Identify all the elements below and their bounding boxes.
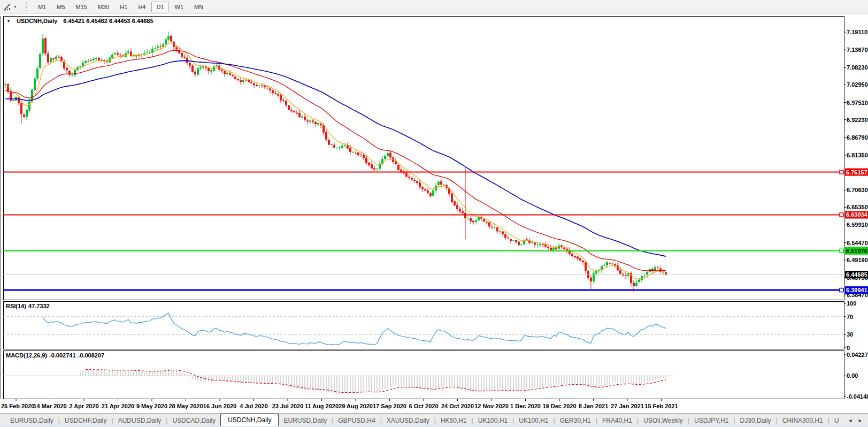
ma-7-line — [5, 43, 666, 279]
hline-badge-label: 6.51976 — [846, 248, 867, 254]
timeframe-button-m15[interactable]: M15 — [71, 2, 92, 12]
chart-canvas[interactable]: 7.191107.136707.082307.029506.975106.922… — [0, 14, 868, 413]
rsi-line — [43, 313, 666, 345]
price-tick-label: 6.59910 — [847, 222, 868, 228]
date-label: 4 Jul 2020 — [240, 403, 268, 409]
tab-audusd-daily[interactable]: AUDUSD,Daily — [113, 415, 166, 426]
toolbar-grip-handle[interactable] — [26, 3, 28, 11]
hline-marker — [840, 170, 843, 174]
hline-badge-label: 6.63034 — [846, 211, 868, 218]
date-label: 29 Aug 2020 — [339, 403, 373, 409]
date-label: 24 Oct 2020 — [441, 403, 474, 409]
chart-dropdown-icon[interactable]: ▼ — [6, 19, 11, 24]
chart-ohlc-values: 6.45421 6.45462 6.44453 6.44685 — [63, 18, 153, 24]
hline-marker — [840, 213, 843, 217]
price-tick-label: 6.70630 — [847, 187, 868, 193]
tab-xauusd-daily[interactable]: XAUUSD,Daily — [382, 415, 434, 426]
price-tick-label: 6.97510 — [847, 100, 868, 106]
price-tick-label: 7.08230 — [847, 64, 868, 71]
tab-eurusd-daily[interactable]: EURUSD,Daily — [279, 415, 332, 426]
crosshair-pencil-tool-icon[interactable] — [3, 3, 12, 11]
price-tick-label: 7.02950 — [847, 81, 868, 88]
date-label: 15 Feb 2021 — [644, 403, 678, 409]
mt4-window: ▼ M1M5M15M30H1H4D1W1MN 7.191107.136707.0… — [0, 0, 868, 427]
tab-usdjpy-h1[interactable]: USDJPY,H1 — [689, 415, 733, 426]
tab-scroll-left-icon[interactable]: ◄ — [848, 418, 852, 423]
timeframe-button-h1[interactable]: H1 — [115, 2, 132, 12]
timeframe-button-m1[interactable]: M1 — [33, 2, 51, 12]
tab-uk100-h1[interactable]: UK100,H1 — [473, 415, 512, 426]
rsi-panel-border — [4, 302, 844, 349]
tab-usdcnh-daily[interactable]: USDCNH,Daily — [220, 414, 279, 426]
timeframe-button-d1[interactable]: D1 — [151, 2, 168, 12]
macd-label: MACD(12,26,9)-0.002741-0.008207 — [6, 352, 106, 359]
date-label: 8 Jan 2021 — [579, 403, 609, 409]
ma-60-line — [5, 60, 666, 256]
hline-badge-label: 6.76157 — [846, 169, 867, 176]
date-label: 21 Apr 2020 — [102, 403, 134, 409]
price-tick-label: 6.49190 — [847, 257, 868, 263]
timeframe-button-m30[interactable]: M30 — [93, 2, 114, 12]
date-label: 1 Dec 2020 — [510, 403, 541, 409]
tab-scroll-right-icon[interactable]: ► — [858, 418, 863, 423]
rsi-indicator-name: RSI(14) — [6, 303, 26, 309]
price-tick-label: 7.13670 — [847, 47, 868, 53]
main-chart-panel-border — [4, 17, 844, 300]
hline-marker — [840, 288, 843, 292]
current-price-badge-label: 6.44685 — [846, 271, 867, 278]
timeframe-button-m5[interactable]: M5 — [52, 2, 70, 12]
rsi-value: 47.7332 — [28, 303, 50, 309]
timeframe-button-mn[interactable]: MN — [189, 2, 208, 12]
rsi-tick-label: 0 — [847, 345, 850, 351]
date-label: 16 Jun 2020 — [203, 403, 236, 409]
tab-hk50-h1[interactable]: HK50,H1 — [436, 415, 472, 426]
date-label: 23 Jul 2020 — [272, 403, 304, 409]
timeframe-toolbar: ▼ M1M5M15M30H1H4D1W1MN — [0, 0, 868, 14]
tab-dj30-daily[interactable]: DJ30,Daily — [735, 415, 776, 426]
date-label: 11 Aug 2020 — [305, 403, 339, 409]
tab-china300-h1[interactable]: CHINA300,H1 — [778, 415, 828, 426]
macd-panel-border — [4, 351, 844, 399]
price-tick-label: 6.81350 — [847, 152, 868, 158]
rsi-label: RSI(14)47.7332 — [6, 303, 52, 309]
date-label: 2 Apr 2020 — [69, 403, 98, 409]
price-tick-label: 7.19110 — [847, 29, 867, 35]
tab-usdchf-daily[interactable]: USDCHF,Daily — [60, 415, 112, 426]
hline-badge-label: 6.39941 — [846, 287, 867, 293]
tool-dropdown-caret-icon[interactable]: ▼ — [13, 5, 17, 9]
macd-tick-label: 0.042275 — [847, 352, 868, 358]
ma-25-line — [5, 50, 666, 271]
tab-ger30-h1[interactable]: GER30,H1 — [555, 415, 596, 426]
price-tick-label: 6.92230 — [847, 117, 868, 123]
tab-eurusd-daily[interactable]: EURUSD,Daily — [5, 415, 58, 426]
tab-usoil-weekly[interactable]: USOil,Weekly — [639, 415, 688, 426]
date-label: 6 Oct 2020 — [409, 403, 438, 409]
macd-histogram — [80, 369, 666, 393]
tab-u[interactable]: U — [829, 415, 842, 426]
rsi-tick-label: 100 — [847, 300, 856, 307]
chart-title: ▼ USDCNH,Daily 6.45421 6.45462 6.44453 6… — [6, 18, 156, 24]
date-label: 27 Jan 2021 — [611, 403, 644, 409]
date-label: 12 Nov 2020 — [474, 403, 509, 409]
chart-symbol: USDCNH,Daily — [17, 18, 57, 24]
date-label: 25 Feb 2020 — [1, 403, 34, 409]
timeframe-button-w1[interactable]: W1 — [170, 2, 189, 12]
date-label: 19 Dec 2020 — [543, 403, 577, 409]
date-label: 14 Mar 2020 — [33, 403, 66, 409]
macd-signal-line — [86, 369, 666, 392]
timeframe-button-h4[interactable]: H4 — [133, 2, 150, 12]
rsi-tick-label: 70 — [847, 314, 853, 320]
tab-uk100-h1[interactable]: UK100,H1 — [514, 415, 553, 426]
tab-usdcad-daily[interactable]: USDCAD,Daily — [167, 415, 220, 426]
price-tick-label: 6.54470 — [847, 240, 868, 246]
date-label: 28 May 2020 — [168, 403, 203, 409]
macd-signal-value: -0.008207 — [78, 352, 105, 359]
date-label: 17 Sep 2020 — [373, 403, 406, 409]
macd-main-value: -0.002741 — [49, 352, 76, 359]
tab-gbpusd-h4[interactable]: GBPUSD,H4 — [333, 415, 380, 426]
macd-tick-label: -0.04148 — [847, 393, 868, 400]
candlesticks — [4, 32, 667, 292]
tab-fra40-h1[interactable]: FRA40,H1 — [597, 415, 637, 426]
price-tick-label: 6.86790 — [847, 134, 868, 141]
chart-tab-bar: EURUSD,Daily|USDCHF,Daily|AUDUSD,Daily|U… — [0, 413, 868, 427]
